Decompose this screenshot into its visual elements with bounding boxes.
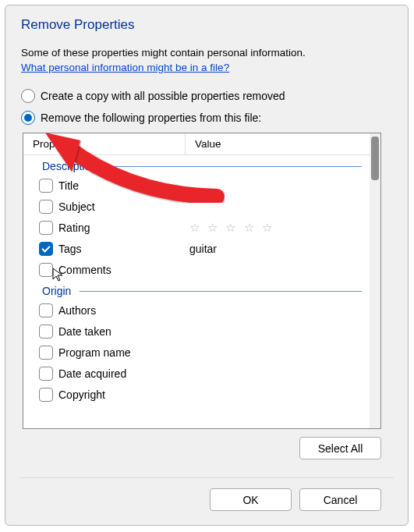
property-row[interactable]: Date acquired	[23, 363, 370, 384]
radio-label: Create a copy with all possible properti…	[41, 90, 285, 102]
property-row[interactable]: Date taken	[23, 321, 370, 342]
property-row[interactable]: Title	[23, 175, 370, 196]
cursor-icon	[51, 267, 67, 282]
property-name: Copyright	[58, 388, 189, 401]
property-name: Authors	[58, 304, 189, 317]
list-header: Property Value	[23, 133, 380, 155]
scrollbar[interactable]	[370, 133, 380, 428]
property-value: guitar	[189, 243, 370, 255]
property-row[interactable]: Tagsguitar	[23, 238, 370, 259]
property-row[interactable]: Program name	[23, 342, 370, 363]
description-text: Some of these properties might contain p…	[21, 47, 392, 59]
checkbox[interactable]	[39, 367, 53, 381]
radio-label: Remove the following properties from thi…	[41, 112, 261, 124]
checkbox[interactable]	[39, 200, 53, 214]
property-name: Title	[58, 179, 189, 192]
checkbox[interactable]	[39, 346, 53, 360]
property-row[interactable]: Authors	[23, 300, 370, 321]
cancel-button[interactable]: Cancel	[299, 488, 381, 511]
select-all-button[interactable]: Select All	[299, 437, 381, 459]
group-header: Origin	[23, 280, 370, 300]
dialog-title: Remove Properties	[21, 17, 392, 33]
scroll-thumb[interactable]	[371, 137, 379, 180]
checkbox[interactable]	[39, 179, 53, 193]
radio-icon	[21, 111, 35, 125]
property-row[interactable]: Comments	[23, 259, 370, 280]
group-header: Description	[23, 155, 370, 175]
divider	[19, 477, 394, 478]
property-name: Comments	[58, 264, 189, 276]
property-name: Date acquired	[58, 367, 189, 380]
column-value[interactable]: Value	[186, 133, 380, 154]
checkbox[interactable]	[39, 242, 53, 256]
radio-remove-following[interactable]: Remove the following properties from thi…	[21, 111, 392, 125]
personal-info-link[interactable]: What personal information might be in a …	[21, 62, 229, 73]
property-name: Rating	[58, 222, 189, 234]
property-name: Tags	[58, 243, 189, 255]
property-row[interactable]: Rating☆ ☆ ☆ ☆ ☆	[23, 217, 370, 238]
ok-button[interactable]: OK	[210, 488, 292, 511]
property-row[interactable]: Subject	[23, 196, 370, 217]
properties-listbox: Property Value DescriptionTitleSubjectRa…	[23, 133, 381, 429]
property-row[interactable]: Copyright	[23, 384, 370, 405]
rating-stars-icon: ☆ ☆ ☆ ☆ ☆	[189, 221, 274, 234]
checkbox[interactable]	[39, 221, 53, 235]
property-name: Subject	[58, 200, 189, 213]
property-name: Date taken	[58, 325, 189, 338]
column-property[interactable]: Property	[23, 133, 186, 154]
radio-icon	[21, 89, 35, 103]
property-value: ☆ ☆ ☆ ☆ ☆	[189, 221, 370, 235]
remove-properties-dialog: Remove Properties Some of these properti…	[5, 5, 409, 526]
property-name: Program name	[58, 346, 189, 359]
checkbox[interactable]	[39, 388, 53, 402]
checkbox[interactable]	[39, 325, 53, 339]
radio-create-copy[interactable]: Create a copy with all possible properti…	[21, 89, 392, 103]
checkbox[interactable]	[39, 303, 53, 317]
